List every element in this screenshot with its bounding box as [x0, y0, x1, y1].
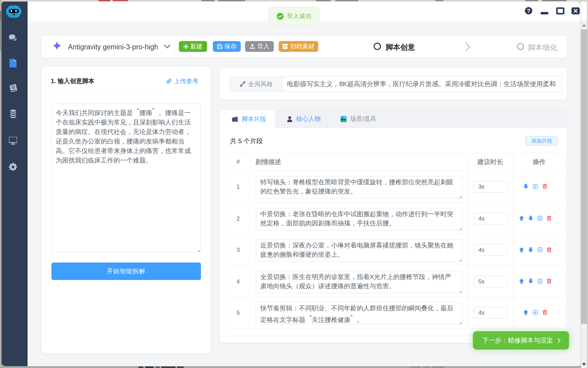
- svg-text:?: ?: [527, 8, 530, 14]
